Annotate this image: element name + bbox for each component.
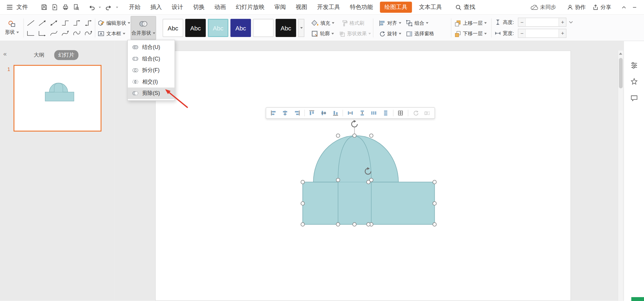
menu-tab[interactable]: 视图	[291, 0, 312, 15]
selection-handle[interactable]	[433, 223, 436, 226]
smart-effects-star-icon[interactable]	[630, 77, 639, 86]
menu-tab[interactable]: 特色功能	[345, 0, 378, 15]
selection-handle[interactable]	[301, 223, 304, 226]
vertical-scrollbar[interactable]	[618, 50, 623, 301]
elbow-up-arrow-icon[interactable]	[37, 28, 48, 38]
textbox-button[interactable]: 文本框	[97, 30, 125, 38]
comments-icon[interactable]	[630, 94, 639, 103]
height-plus-button[interactable]: +	[559, 18, 566, 27]
collapse-ribbon-icon[interactable]	[569, 20, 574, 25]
menu-tab[interactable]: 审阅	[270, 0, 291, 15]
menu-tab[interactable]: 开发工具	[312, 0, 345, 15]
redo-caret-icon[interactable]	[116, 7, 118, 8]
tab-outline[interactable]: 大纲	[30, 50, 48, 60]
menu-tab[interactable]: 设计	[167, 0, 188, 15]
shapes-button[interactable]: 形状	[2, 16, 21, 39]
style-preset[interactable]: Abc	[275, 19, 296, 37]
style-preset[interactable]: Abc	[185, 19, 206, 37]
menu-item-union[interactable]: 结合(U)	[128, 41, 174, 53]
menu-tab[interactable]: 动画	[210, 0, 231, 15]
align-button[interactable]: 对齐	[379, 19, 401, 27]
print-preview-icon[interactable]	[71, 2, 81, 13]
chevron-down-icon	[123, 33, 125, 35]
style-preset[interactable]: Abc	[230, 19, 251, 37]
bring-forward-button[interactable]: 上移一层	[454, 19, 487, 27]
rotation-handle[interactable]	[352, 120, 357, 127]
scrollbar-thumb[interactable]	[619, 58, 623, 88]
height-minus-button[interactable]: −	[518, 18, 526, 27]
format-painter-button[interactable]: 格式刷	[341, 19, 364, 27]
save-icon[interactable]	[38, 2, 49, 13]
menu-tab[interactable]: 文本工具	[414, 0, 447, 15]
menu-tab[interactable]: 切换	[188, 0, 210, 15]
elbow-up-icon[interactable]	[25, 28, 37, 38]
redo-icon[interactable]	[103, 2, 114, 13]
slide-thumbnail[interactable]	[13, 65, 101, 132]
edit-shape-button[interactable]: 编辑形状	[97, 19, 130, 27]
shape-effects-button[interactable]: 形状效果	[338, 30, 371, 38]
selection-handle[interactable]	[301, 202, 304, 205]
curve-icon[interactable]	[48, 28, 60, 38]
elbow-double-arrow-icon[interactable]	[83, 18, 94, 28]
menu-tab[interactable]: 开始	[124, 0, 145, 15]
export-icon[interactable]	[49, 2, 60, 13]
style-preset[interactable]	[253, 19, 274, 37]
selection-handle[interactable]	[301, 180, 304, 184]
minimize-icon[interactable]	[629, 2, 640, 13]
selection-handle[interactable]	[336, 178, 340, 182]
selection-handle[interactable]	[367, 223, 370, 226]
print-icon[interactable]	[60, 2, 71, 13]
editing-canvas[interactable]	[115, 41, 623, 301]
search-button[interactable]: 查找	[455, 4, 475, 11]
rotate-button[interactable]: 旋转	[379, 30, 401, 38]
collapse-panel-button[interactable]: «	[3, 50, 7, 57]
selection-pane-button[interactable]: 选择窗格	[406, 30, 434, 38]
elbow-connector-icon[interactable]	[60, 18, 71, 28]
sync-status[interactable]: 未同步	[530, 4, 556, 11]
height-input[interactable]	[526, 18, 559, 27]
narrow-chord-shape[interactable]	[338, 136, 371, 224]
line-double-arrow-icon[interactable]	[48, 18, 60, 28]
scroll-up-icon[interactable]	[619, 53, 622, 55]
selection-handle[interactable]	[433, 180, 436, 184]
send-backward-button[interactable]: 下移一层	[454, 30, 487, 38]
width-input[interactable]	[526, 29, 559, 38]
line-icon[interactable]	[25, 18, 37, 28]
menu-tab-drawing-tools[interactable]: 绘图工具	[380, 2, 412, 13]
group-button[interactable]: 组合	[406, 19, 428, 27]
outline-button[interactable]: 轮廓	[311, 30, 334, 38]
menu-tab[interactable]: 幻灯片放映	[231, 0, 269, 15]
share-button[interactable]: 分享	[592, 4, 611, 11]
chevron-up-icon[interactable]	[619, 2, 629, 13]
elbow-arrow-icon[interactable]	[71, 18, 83, 28]
s-curve-arrow-icon[interactable]	[83, 28, 94, 38]
line-arrow-icon[interactable]	[37, 18, 48, 28]
titlebar: 文件 开始 插入 设计 切换 动画 幻灯片放映 审阅 视图	[0, 0, 644, 15]
merge-shapes-button[interactable]: 合并形状	[131, 16, 156, 40]
selection-handle[interactable]	[353, 134, 356, 138]
menu-tab[interactable]: 插入	[145, 0, 167, 15]
collaborate-button[interactable]: 协作	[567, 4, 586, 11]
file-menu[interactable]: 文件	[15, 0, 33, 15]
fill-button[interactable]: 填充	[311, 19, 335, 27]
gallery-more-button[interactable]	[298, 19, 304, 37]
selection-handle[interactable]	[353, 223, 356, 226]
menu-item-fragment[interactable]: 拆分(F)	[128, 64, 174, 76]
width-plus-button[interactable]: +	[559, 29, 566, 38]
selection-handle[interactable]	[433, 202, 436, 205]
style-preset[interactable]: Abc	[163, 19, 183, 37]
selection-handle[interactable]	[367, 180, 370, 184]
properties-sliders-icon[interactable]	[630, 61, 639, 70]
selection-handle[interactable]	[369, 134, 373, 138]
selection-handle[interactable]	[336, 134, 340, 138]
selection-handle[interactable]	[336, 223, 340, 226]
menu-item-combine[interactable]: 组合(C)	[128, 53, 174, 65]
curve-arrow-icon[interactable]	[60, 28, 71, 38]
s-curve-icon[interactable]	[71, 28, 83, 38]
hamburger-icon[interactable]	[4, 2, 15, 13]
tab-slides[interactable]: 幻灯片	[54, 50, 78, 60]
style-preset-selected[interactable]: Abc	[208, 19, 228, 37]
undo-icon[interactable]	[86, 2, 97, 13]
undo-caret-icon[interactable]	[99, 7, 101, 8]
width-minus-button[interactable]: −	[518, 29, 526, 38]
